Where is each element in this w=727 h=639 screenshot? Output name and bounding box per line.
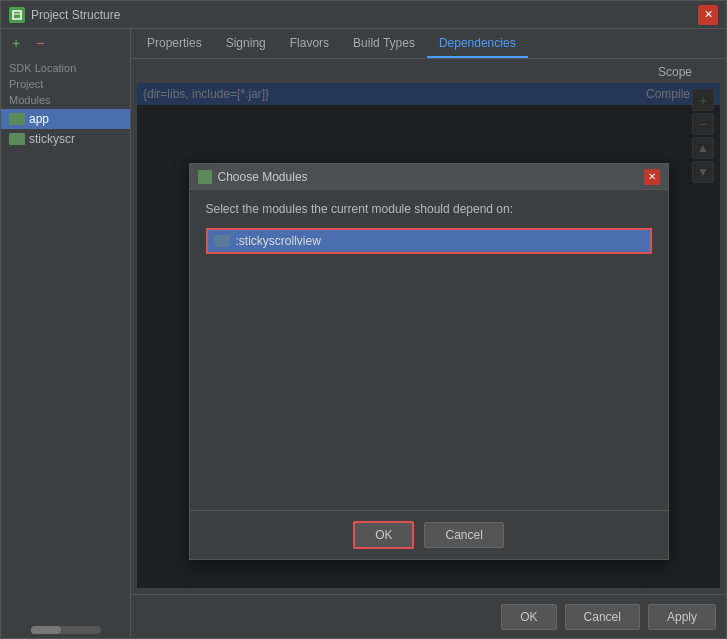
sidebar-labels: SDK Location Project Modules (1, 57, 130, 109)
scrollbar-thumb (31, 626, 61, 634)
window-close-button[interactable]: ✕ (698, 5, 718, 25)
module-folder-icon (214, 235, 230, 247)
tab-signing[interactable]: Signing (214, 29, 278, 58)
scope-header-label: Scope (658, 65, 692, 79)
scrollbar-track (31, 626, 101, 634)
stickyscr-module-icon (9, 133, 25, 145)
sidebar-item-app[interactable]: app (1, 109, 130, 129)
modal-ok-button[interactable]: OK (353, 521, 414, 549)
sdk-location-label: SDK Location (9, 61, 122, 75)
sidebar-toolbar: + − (1, 29, 130, 57)
tab-build-types[interactable]: Build Types (341, 29, 427, 58)
modal-cancel-button[interactable]: Cancel (424, 522, 503, 548)
ok-button[interactable]: OK (501, 604, 556, 630)
modal-close-button[interactable]: ✕ (644, 169, 660, 185)
apply-button[interactable]: Apply (648, 604, 716, 630)
sidebar-scrollbar[interactable] (1, 622, 130, 638)
modal-body: Select the modules the current module sh… (190, 190, 668, 510)
window-title: Project Structure (31, 8, 698, 22)
module-name-label: :stickyscrollview (236, 234, 321, 248)
tab-dependencies[interactable]: Dependencies (427, 29, 528, 58)
modal-title-text: Choose Modules (218, 170, 638, 184)
tabs-bar: Properties Signing Flavors Build Types D… (131, 29, 726, 59)
sidebar-add-button[interactable]: + (7, 34, 25, 52)
main-panel: Properties Signing Flavors Build Types D… (131, 29, 726, 638)
sidebar-item-stickyscr-label: stickyscr (29, 132, 75, 146)
sidebar-remove-button[interactable]: − (31, 34, 49, 52)
sidebar-item-stickyscr[interactable]: stickyscr (1, 129, 130, 149)
modal-description: Select the modules the current module sh… (206, 202, 652, 216)
choose-modules-dialog: Choose Modules ✕ Select the modules the … (189, 163, 669, 560)
app-icon (9, 7, 25, 23)
scope-header: Scope (137, 65, 720, 79)
modal-titlebar: Choose Modules ✕ (190, 164, 668, 190)
modal-overlay: Choose Modules ✕ Select the modules the … (137, 83, 720, 588)
modal-footer: OK Cancel (190, 510, 668, 559)
modules-label: Modules (9, 93, 122, 107)
sidebar: + − SDK Location Project Modules app sti… (1, 29, 131, 638)
main-window: Project Structure ✕ + − SDK Location Pro… (0, 0, 727, 639)
project-label: Project (9, 77, 122, 91)
deps-wrapper: {dir=libs, include=[*.jar]} Compile + − … (137, 83, 720, 588)
tab-flavors[interactable]: Flavors (278, 29, 341, 58)
modal-title-icon (198, 170, 212, 184)
tab-properties[interactable]: Properties (135, 29, 214, 58)
cancel-button[interactable]: Cancel (565, 604, 640, 630)
sidebar-item-app-label: app (29, 112, 49, 126)
app-module-icon (9, 113, 25, 125)
title-bar: Project Structure ✕ (1, 1, 726, 29)
content-area: + − SDK Location Project Modules app sti… (1, 29, 726, 638)
dependencies-panel: Scope {dir=libs, include=[*.jar]} Compil… (131, 59, 726, 594)
svg-rect-0 (13, 11, 21, 19)
bottom-bar: OK Cancel Apply (131, 594, 726, 638)
module-list-item[interactable]: :stickyscrollview (206, 228, 652, 254)
